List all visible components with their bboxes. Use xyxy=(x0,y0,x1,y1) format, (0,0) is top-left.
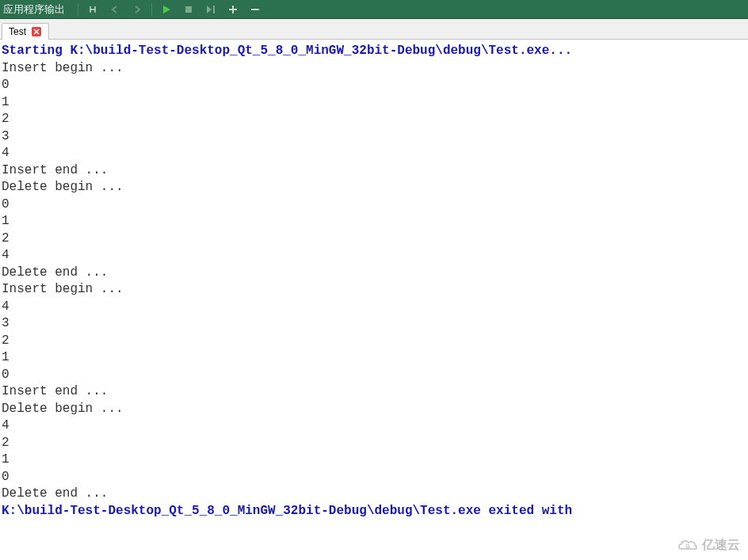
toolbar-divider xyxy=(78,3,78,16)
console-line: Delete begin ... xyxy=(2,401,746,418)
watermark: G 亿速云 xyxy=(677,537,740,554)
console-line: Delete begin ... xyxy=(2,179,746,196)
watermark-icon: G xyxy=(677,538,699,554)
svg-rect-1 xyxy=(213,6,215,13)
console-output: Starting K:\build-Test-Desktop_Qt_5_8_0_… xyxy=(0,40,748,523)
svg-rect-0 xyxy=(185,6,192,13)
console-line: 2 xyxy=(2,435,746,452)
console-line: 1 xyxy=(2,451,746,469)
title-bar: 应用程序输出 xyxy=(0,0,748,19)
console-line: 4 xyxy=(2,145,746,162)
console-line: 4 xyxy=(2,247,746,265)
console-line: Delete end ... xyxy=(2,486,746,503)
console-line: Insert end ... xyxy=(2,383,746,401)
attach-icon[interactable] xyxy=(86,3,99,16)
console-line: Insert begin ... xyxy=(2,281,746,299)
stop-icon[interactable] xyxy=(182,3,195,16)
console-line: 0 xyxy=(2,469,746,486)
console-line: 3 xyxy=(2,315,746,333)
console-line: 1 xyxy=(2,349,746,367)
step-icon[interactable] xyxy=(204,3,217,16)
console-line: K:\build-Test-Desktop_Qt_5_8_0_MinGW_32b… xyxy=(2,503,746,520)
close-icon[interactable] xyxy=(31,26,42,37)
next-icon[interactable] xyxy=(131,3,143,16)
prev-icon[interactable] xyxy=(109,3,121,16)
svg-text:G: G xyxy=(685,543,690,549)
tab-label: Test xyxy=(9,26,26,37)
console-line: Delete end ... xyxy=(2,265,746,282)
console-line: 2 xyxy=(2,230,746,248)
tab-test[interactable]: Test xyxy=(2,23,49,40)
console-line: 0 xyxy=(2,77,746,94)
console-line: 2 xyxy=(2,333,746,350)
watermark-text: 亿速云 xyxy=(702,537,740,554)
panel-title: 应用程序输出 xyxy=(0,2,74,17)
console-line: 2 xyxy=(2,111,746,128)
console-line: 4 xyxy=(2,299,746,316)
add-icon[interactable] xyxy=(227,3,239,16)
console-line: 1 xyxy=(2,94,746,112)
console-line: 3 xyxy=(2,128,746,146)
console-line: Insert begin ... xyxy=(2,60,746,78)
remove-icon[interactable] xyxy=(249,3,261,16)
console-line: Starting K:\build-Test-Desktop_Qt_5_8_0_… xyxy=(2,43,746,60)
tab-bar: Test xyxy=(0,19,748,40)
console-line: Insert end ... xyxy=(2,162,746,180)
console-line: 1 xyxy=(2,213,746,230)
console-line: 0 xyxy=(2,367,746,384)
console-line: 4 xyxy=(2,417,746,435)
console-line: 0 xyxy=(2,196,746,214)
run-icon[interactable] xyxy=(160,3,173,16)
toolbar-divider xyxy=(151,3,152,16)
